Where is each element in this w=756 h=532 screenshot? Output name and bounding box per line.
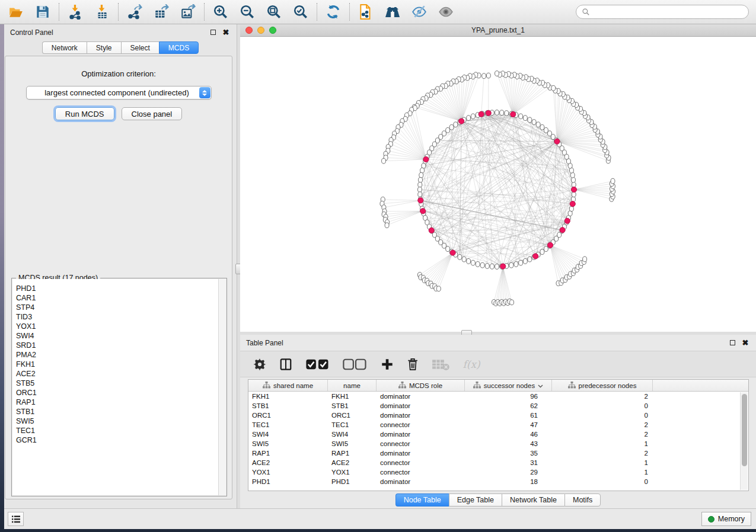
mcds-result-item[interactable]: GCR1 [12,435,226,445]
float-panel-button[interactable] [208,28,218,37]
mcds-result-item[interactable]: YOX1 [12,322,226,331]
export-image-button[interactable] [180,4,196,20]
network-node[interactable] [528,257,532,262]
close-panel-button[interactable]: ✖ [221,28,231,37]
network-node[interactable] [540,249,544,255]
network-node[interactable] [536,122,540,127]
mcds-result-item[interactable]: TEC1 [12,426,226,435]
clone-network-button[interactable] [358,4,374,20]
cell-name[interactable]: RAP1 [328,448,377,458]
mcds-hub-node[interactable] [479,111,484,117]
column-header-MCDS-role[interactable]: MCDS role [377,380,465,391]
cell-mcds-role[interactable]: connector [377,458,465,467]
network-node[interactable] [519,260,523,265]
network-node[interactable] [419,172,423,178]
zoom-fit-button[interactable] [266,4,282,20]
deselect-all-button[interactable] [343,357,367,372]
cell-predecessor-nodes[interactable]: 2 [552,392,653,401]
network-node[interactable] [583,257,587,262]
network-node[interactable] [547,131,551,136]
tab-network-table[interactable]: Network Table [502,493,564,507]
mcds-result-item[interactable]: CAR1 [12,293,226,303]
network-node[interactable] [523,116,527,121]
mcds-result-item[interactable]: FKH1 [12,360,226,369]
network-node[interactable] [442,131,446,136]
cell-successor-nodes[interactable]: 29 [465,467,552,477]
cell-name[interactable]: STB1 [328,401,377,411]
network-node[interactable] [572,192,576,197]
network-node[interactable] [442,243,446,248]
network-node[interactable] [385,223,389,228]
mcds-result-item[interactable]: TID3 [12,312,226,322]
cell-predecessor-nodes[interactable]: 0 [552,477,653,486]
hide-selected-button[interactable] [411,4,428,20]
cell-shared-name[interactable]: PHD1 [248,477,328,486]
criterion-select[interactable]: largest connected component (undirected) [26,86,212,100]
mcds-hub-node[interactable] [418,198,423,203]
network-node[interactable] [467,116,471,121]
network-canvas[interactable] [240,37,756,332]
network-node[interactable] [514,262,518,267]
network-node[interactable] [418,182,422,187]
cell-shared-name[interactable]: TEC1 [248,420,328,430]
cell-name[interactable]: TEC1 [328,420,377,430]
cell-shared-name[interactable]: RAP1 [248,448,328,458]
cell-mcds-role[interactable]: dominator [377,411,465,420]
zoom-selected-button[interactable] [292,4,309,20]
network-node[interactable] [523,258,527,264]
network-node[interactable] [476,262,480,267]
mcds-hub-node[interactable] [423,156,429,162]
network-node[interactable] [471,114,475,119]
mcds-result-item[interactable]: PHD1 [12,284,226,293]
mcds-hub-node[interactable] [429,227,434,233]
cell-mcds-role[interactable]: dominator [377,392,465,401]
network-node[interactable] [570,172,575,178]
network-node[interactable] [458,255,462,260]
network-node[interactable] [419,177,423,182]
network-node[interactable] [528,117,532,123]
network-node[interactable] [490,264,494,269]
mcds-hub-node[interactable] [564,218,570,223]
cell-mcds-role[interactable]: connector [377,439,465,448]
tab-mcds[interactable]: MCDS [159,41,199,54]
network-node[interactable] [486,73,490,78]
network-node[interactable] [418,192,422,197]
save-session-button[interactable] [34,4,51,20]
tab-motifs[interactable]: Motifs [564,493,601,507]
tab-network[interactable]: Network [42,41,87,54]
mcds-hub-node[interactable] [500,264,506,269]
table-row[interactable]: TEC1TEC1connector472 [248,420,748,430]
mcds-hub-node[interactable] [547,242,553,248]
cell-mcds-role[interactable]: dominator [377,448,465,458]
network-node[interactable] [495,264,499,270]
mcds-hub-node[interactable] [511,111,516,117]
network-node[interactable] [471,260,475,265]
cell-shared-name[interactable]: FKH1 [248,392,328,401]
network-node[interactable] [571,177,575,182]
cell-name[interactable]: ACE2 [328,458,377,467]
cell-shared-name[interactable]: SWI5 [248,439,328,448]
network-node[interactable] [495,71,499,76]
show-columns-button[interactable] [279,357,292,372]
cell-successor-nodes[interactable]: 43 [465,439,552,448]
close-panel-action-button[interactable]: Close panel [122,107,183,120]
cell-name[interactable]: SWI5 [328,439,377,448]
network-node[interactable] [509,262,513,268]
network-node[interactable] [420,168,425,173]
cell-successor-nodes[interactable]: 31 [465,458,552,467]
cell-name[interactable]: SWI4 [328,430,377,439]
tab-node-table[interactable]: Node Table [395,493,449,507]
network-node[interactable] [510,300,514,305]
mcds-hub-node[interactable] [459,118,464,124]
network-node[interactable] [551,85,556,91]
table-row[interactable]: ORC1ORC1dominator610 [248,411,748,420]
cell-successor-nodes[interactable]: 46 [465,430,552,439]
table-row[interactable]: YOX1YOX1connector291 [248,467,748,477]
table-row[interactable]: PHD1PHD1dominator180 [248,477,748,486]
network-node[interactable] [436,286,441,291]
tab-edge-table[interactable]: Edge Table [449,493,502,507]
cell-predecessor-nodes[interactable]: 1 [552,439,653,448]
mcds-hub-node[interactable] [450,250,455,255]
show-all-button[interactable] [438,4,454,20]
table-float-button[interactable] [728,338,737,348]
